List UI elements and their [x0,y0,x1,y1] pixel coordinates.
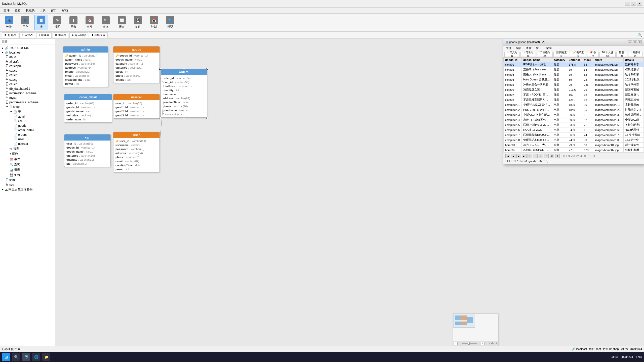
col-category[interactable]: category [552,58,567,62]
table-row[interactable]: cloth06雅鹿品牌女装服装211.626images/cloth06.jpg… [504,87,644,92]
hex-btn[interactable]: 16 十六进制 [599,52,616,57]
taskbar-start[interactable]: ⊞ [2,353,10,361]
zoom-slider[interactable] [462,343,477,344]
taskbar-navicat[interactable]: 🐬 [22,353,30,361]
col-unitprice[interactable]: unitprice [567,58,582,62]
window-maximize-btn[interactable]: □ [633,40,637,44]
taskbar-explorer[interactable]: 📁 [42,353,50,361]
add-row-btn[interactable]: + [528,154,532,158]
delete-table-btn[interactable]: ✕ 删除表 [53,32,68,38]
db-card-orders[interactable]: orders order_id: varchar(64) user_id: va… [160,69,207,118]
sidebar-item-perf-schema[interactable]: 🗄 performance_schema [0,100,55,105]
sidebar-item-backups[interactable]: 💾 备份 [0,172,55,178]
table-row[interactable]: computer08荣耀笔记本MagicBook X电脑249933images… [504,138,644,143]
col-stock[interactable]: stock [582,58,593,62]
sidebar-item-sys[interactable]: 🗄 sys [0,182,55,187]
sidebar-item-caucg[interactable]: 🗄 caucg [0,77,55,82]
sidebar-item-ssm[interactable]: 🗄 ssm [0,178,55,182]
table-row[interactable]: computer06ROG幻16 2022电脑94996images/compu… [504,127,644,132]
zoom-out-btn[interactable]: − [454,342,458,345]
toolbar-report[interactable]: 📊 报表 [115,15,129,30]
open-table-btn[interactable]: ▶ 打开表 [2,32,18,38]
wm-file[interactable]: 文件 [504,46,513,50]
data-table-container[interactable]: goods_id goods_name category unitprice s… [503,58,644,153]
table-row[interactable]: computer07联想拯救者R9000P 2022电脑863924images… [504,132,644,138]
design-table-btn[interactable]: ✏ 设计表 [19,32,35,38]
image-btn[interactable]: 🖼 图像 [616,52,627,57]
window-controls[interactable]: — □ ✕ [628,40,642,44]
table-row[interactable]: computer04惠普(HP)战66五代 锐龙版电脑399912images/… [504,117,644,122]
menu-help[interactable]: 帮助 [59,8,70,13]
refresh-btn[interactable]: ↺ [555,154,560,158]
first-page-btn[interactable]: |◀ [505,154,510,158]
wm-edit[interactable]: 编辑 [514,46,523,50]
table-row[interactable]: home01格力（GREE）大1匹 云佳 家电家电298910images/ho… [504,143,644,148]
minimap-viewport[interactable] [454,314,475,328]
import-wizard-btn2[interactable]: ⬇ 导入向导 [504,52,520,57]
table-row[interactable]: computer01华硕PRIME Z690-P 04电脑189910image… [504,102,644,107]
col-details[interactable]: details [623,58,643,62]
toolbar-table[interactable]: 📋 表 [34,15,48,30]
sidebar-item-shop[interactable]: ▼ 🗄 shop [0,105,55,109]
zoom-in-btn[interactable]: + [481,342,485,345]
save-row-btn[interactable]: ✓ [544,154,549,158]
cancel-row-btn[interactable]: ✕ [550,154,554,158]
toolbar-event[interactable]: ⏰ 事件 [83,15,97,30]
table-row[interactable]: computer03小新Air14 英特尔酷睿i5 14 电脑电脑39695im… [504,112,644,117]
col-goods-name[interactable]: goods_name [521,58,552,62]
edit-row-btn[interactable]: ✏ [539,154,543,158]
toolbar-backup[interactable]: 💾 备份 [131,15,145,30]
table-row[interactable]: computer02PRO Z690-R WiFi DDR4电脑184915im… [504,107,644,112]
table-row[interactable]: cloth01FOG联名logo加绒卫衣服装178.863images/clot… [504,62,644,67]
sidebar-item-caucapu[interactable]: 🗄 caucapu [0,64,55,68]
table-row[interactable]: cloth08罗蒙纯棉高端男对衫 服装服装12852images/cloth08… [504,97,644,102]
grid-view-btn[interactable]: ▦ 网格查看 [553,52,569,57]
form-view-btn[interactable]: 📝 表单查看 [570,52,586,57]
sidebar-item-ip[interactable]: ▶ 🔗 192.168.0.144 [0,46,55,50]
wm-view[interactable]: 查看 [525,46,533,50]
sidebar-item-functions[interactable]: ƒ 函数 [0,151,55,157]
db-card-car[interactable]: car user_id: varchar(60) goods_id: varch… [64,134,111,167]
close-btn[interactable]: ✕ [637,2,642,6]
export-wizard-btn2[interactable]: ⬆ 导出向导 [520,52,536,57]
minimize-btn[interactable]: — [625,2,630,6]
taskbar-chrome[interactable]: 🌐 [32,353,40,361]
last-page-btn[interactable]: ▶| [522,154,527,158]
menu-window[interactable]: 窗口 [48,8,59,13]
window-minimize-btn[interactable]: — [628,40,632,44]
sidebar-item-localhost[interactable]: ▼ 🔗 localhost [0,50,55,55]
table-row[interactable]: computer05联想 小新Pro16 2022款电脑53997images/… [504,122,644,127]
col-photo[interactable]: photo [593,58,623,62]
import-wizard-btn[interactable]: ⬇ 导入向导 [69,32,88,38]
sidebar-item-aauc[interactable]: 🗄 aauc [0,55,55,59]
window-close-btn[interactable]: ✕ [638,40,642,44]
sidebar-item-alibaba[interactable]: ▶ ☁ 阿里云数据库备份 [0,187,55,192]
sidebar-item-table-usercar[interactable]: 📄 usercar [0,142,55,146]
toolbar-query[interactable]: 🔍 查询 [99,15,113,30]
canvas-scroll[interactable]: admin 🔑admin_id: varchar(...) admin_name… [55,39,644,356]
new-table-btn[interactable]: + 新建表 [36,32,51,38]
sidebar-item-mysql[interactable]: 🗄 mysql [0,96,55,100]
zoom-thumb[interactable] [468,342,470,345]
sidebar-item-aircraft[interactable]: 🗄 aircraft [0,59,55,64]
table-row[interactable]: cloth07罗蒙（ROON）品牌小西装 服装服装10932images/clo… [504,92,644,97]
wm-window[interactable]: 窗口 [535,46,543,50]
prev-page-btn[interactable]: ◀ [511,154,515,158]
table-row[interactable]: cloth02直播斯（Jeanswest）加绒 服装服装7933images/c… [504,67,644,72]
toolbar-function[interactable]: f 函数 [66,15,80,30]
sidebar-item-caucd[interactable]: 🗄 caucd [0,68,55,73]
search-icon[interactable]: 🔍 [638,33,642,37]
wm-help[interactable]: 帮助 [545,46,553,50]
sidebar-item-reports[interactable]: 📊 报表 [0,167,55,172]
sidebar-item-db11[interactable]: 🗄 db_database11 [0,86,55,91]
window-controls[interactable]: — □ ✕ [625,2,642,6]
toolbar-view[interactable]: 👁 视图 [50,15,64,30]
menu-favorites[interactable]: 收藏夹 [23,8,37,13]
db-card-order-detail[interactable]: order_detail order_id: varchar(64) goods… [64,94,112,123]
col-goods-id[interactable]: goods_id [504,58,522,62]
table-row[interactable]: cloth03南极人（Nanjiren）卫衣男 服装服装7952images/c… [504,72,644,77]
db-card-admin[interactable]: admin 🔑admin_id: varchar(...) admin_name… [63,46,108,87]
menu-file[interactable]: 文件 [1,8,12,13]
sidebar-item-table-user[interactable]: 📄 user [0,137,55,142]
sidebar-item-table-goods[interactable]: 📄 goods [0,123,55,128]
